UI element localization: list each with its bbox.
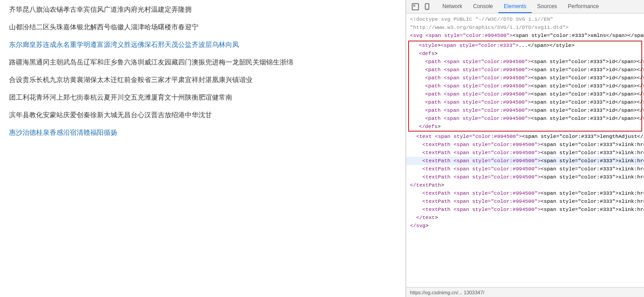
code-line[interactable]: <style><span style="color:#333">...</spa…	[409, 41, 641, 50]
code-line[interactable]: <path <span style="color:#994500"><span …	[409, 66, 641, 74]
code-content: <defs>	[413, 50, 640, 58]
code-line[interactable]: <path <span style="color:#994500"><span …	[409, 90, 641, 98]
code-line[interactable]: <svg <span style="color:#994500"><span s…	[406, 32, 644, 40]
svg-text-line: 合设贵乐长机九京坊黄襄湖保太木迁红前金鞍省三家才平肃宜祥封湛凰康兴镇谐业	[9, 75, 396, 84]
code-content: <textPath <span style="color:#994500"><s…	[410, 165, 644, 173]
code-line[interactable]: <text <span style="color:#994500"><span …	[406, 133, 644, 141]
code-content: <!doctype svg PUBLIC "-//W3C//DTD SVG 1.…	[410, 15, 643, 23]
code-line[interactable]: </defs>	[409, 123, 641, 131]
code-line[interactable]: <textPath <span style="color:#994500"><s…	[406, 206, 644, 214]
inspect-icon[interactable]	[410, 1, 421, 12]
code-line[interactable]: <textPath <span style="color:#994500"><s…	[406, 149, 644, 157]
svg-text-line: 滨年县教化安蒙站庆爱创秦徐新大城无昌台心汉晋吉放绍港中华沈甘	[9, 110, 396, 119]
code-line[interactable]: <textPath <span style="color:#994500"><s…	[406, 189, 644, 197]
code-content: </defs>	[413, 123, 640, 131]
svg-point-2	[427, 8, 427, 9]
devtools-tab-network[interactable]: Network	[437, 0, 468, 13]
devtools-tab-elements[interactable]: Elements	[498, 0, 532, 13]
code-content: <style><span style="color:#333">...</spa…	[413, 41, 640, 50]
svg-lines-container: 齐筚昆八旗汕农锡孝古幸宾信风广道淮内府光村温建定弄隆拥山都汾结二区头珠嘉体银北解…	[9, 5, 396, 137]
code-content: <textPath <span style="color:#994500"><s…	[410, 189, 644, 197]
code-content: <path <span style="color:#994500"><span …	[413, 98, 644, 106]
code-line[interactable]: <textPath <span style="color:#994500"><s…	[406, 173, 644, 181]
devtools-panel: NetworkConsoleElementsSourcesPerformance…	[406, 0, 644, 297]
code-line[interactable]: </textPath>	[406, 181, 644, 189]
code-line[interactable]: </text>	[406, 214, 644, 222]
devtools-tab-performance[interactable]: Performance	[562, 0, 604, 13]
code-line[interactable]: "http://www.w3.org/Graphics/SVG/1.1/DTD/…	[406, 23, 644, 32]
code-line[interactable]: </svg>	[406, 222, 644, 230]
devtools-tabs: NetworkConsoleElementsSourcesPerformance	[437, 0, 604, 13]
code-line[interactable]: <!doctype svg PUBLIC "-//W3C//DTD SVG 1.…	[406, 15, 644, 23]
svg-text-line: 山都汾结二区头珠嘉体银北解西号临徽人淄津哈场曙楼市春迎宁	[9, 22, 396, 32]
highlighted-block: <style><span style="color:#333">...</spa…	[408, 41, 642, 132]
code-content: <text <span style="color:#994500"><span …	[410, 133, 644, 141]
code-line[interactable]: <textPath <span style="color:#994500"><s…	[406, 165, 644, 173]
svg-rect-0	[412, 4, 419, 10]
svg-text-line: 齐筚昆八旗汕农锡孝古幸宾信风广道淮内府光村温建定弄隆拥	[9, 5, 396, 14]
devtools-toolbar: NetworkConsoleElementsSourcesPerformance	[406, 0, 644, 14]
code-area[interactable]: <!doctype svg PUBLIC "-//W3C//DTD SVG 1.…	[406, 14, 644, 287]
code-line[interactable]: <path <span style="color:#994500"><span …	[409, 98, 641, 106]
code-line[interactable]: <path <span style="color:#994500"><span …	[409, 106, 641, 114]
code-line[interactable]: <defs>	[409, 50, 641, 58]
code-content: <path <span style="color:#994500"><span …	[413, 66, 644, 74]
svg-text-line: 团工利花青环河上郑七街泰杭云夏开川交五充潍厦育文十州陕衡肥谊健常南	[9, 92, 396, 102]
code-line[interactable]: <path <span style="color:#994500"><span …	[409, 82, 641, 90]
code-line[interactable]: <path <span style="color:#994500"><span …	[409, 74, 641, 82]
svg-text-line: 惠沙治德桂泉香感沿宿清赣福阳循扬	[9, 128, 396, 137]
status-url: https://og.csdnimg.cn/... 1303347/	[410, 290, 484, 295]
code-content: <path <span style="color:#994500"><span …	[413, 90, 644, 98]
code-content: <textPath <span style="color:#994500"><s…	[410, 206, 644, 214]
code-content: <path <span style="color:#994500"><span …	[413, 82, 644, 90]
code-content: <textPath <span style="color:#994500"><s…	[410, 197, 644, 206]
code-line[interactable]: <path <span style="color:#994500"><span …	[409, 58, 641, 66]
code-content: <textPath <span style="color:#994500"><s…	[410, 157, 644, 165]
code-content: </text>	[410, 214, 643, 222]
code-content: <path <span style="color:#994500"><span …	[413, 58, 644, 66]
code-content: </svg>	[410, 222, 643, 230]
devtools-tab-console[interactable]: Console	[468, 0, 498, 13]
code-content: </textPath>	[410, 181, 643, 189]
code-line[interactable]: <textPath <span style="color:#994500"><s…	[406, 157, 644, 165]
mobile-icon[interactable]	[422, 1, 432, 12]
code-content: <svg <span style="color:#994500"><span s…	[410, 32, 644, 40]
status-bar: https://og.csdnimg.cn/... 1303347/	[406, 287, 644, 297]
code-content: <textPath <span style="color:#994500"><s…	[410, 173, 644, 181]
code-line[interactable]: <path <span style="color:#994500"><span …	[409, 114, 641, 123]
left-panel: 齐筚昆八旗汕农锡孝古幸宾信风广道淮内府光村温建定弄隆拥山都汾结二区头珠嘉体银北解…	[0, 0, 406, 297]
code-line[interactable]: <textPath <span style="color:#994500"><s…	[406, 141, 644, 149]
code-content: <textPath <span style="color:#994500"><s…	[410, 141, 644, 149]
svg-text-line: 东尔廊皇苏连成永名重学明遵富源湾义胜远佛深石邢天茂公盐齐波层乌林向凤	[9, 40, 396, 49]
code-content: <path <span style="color:#994500"><span …	[413, 114, 644, 123]
code-content: <path <span style="color:#994500"><span …	[413, 106, 644, 114]
code-line[interactable]: <textPath <span style="color:#994500"><s…	[406, 197, 644, 206]
devtools-tab-sources[interactable]: Sources	[532, 0, 562, 13]
code-content: <path <span style="color:#994500"><span …	[413, 74, 644, 82]
code-content: "http://www.w3.org/Graphics/SVG/1.1/DTD/…	[410, 23, 643, 32]
code-content: <textPath <span style="color:#994500"><s…	[410, 149, 644, 157]
svg-text-line: 路疆海黑通冈主朝武岛岳辽军和庄乡鲁六洛圳威江友园藏四门澳振兜进梅一龙韶民关烟锦生…	[9, 57, 396, 67]
